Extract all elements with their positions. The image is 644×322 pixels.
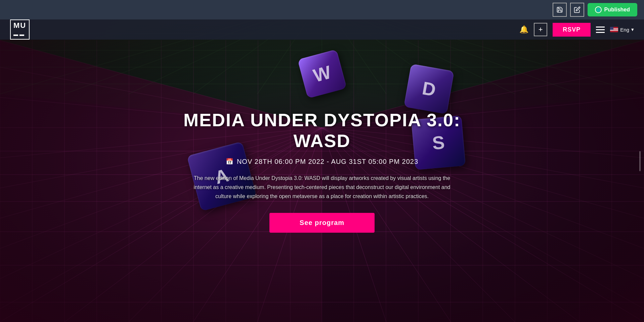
save-button[interactable] — [553, 3, 567, 17]
us-flag-icon — [610, 27, 618, 32]
hamburger-line-2 — [596, 29, 605, 30]
logo: MU▬▬ — [10, 19, 30, 40]
globe-icon: 🌐 — [595, 6, 602, 13]
notifications-button[interactable]: 🔔 — [519, 25, 528, 34]
site-nav: MU▬▬ 🔔 + RSVP Eng ▾ — [0, 19, 644, 40]
add-button[interactable]: + — [534, 23, 547, 36]
admin-bar: 🌐 Published — [0, 0, 644, 19]
lang-label: Eng — [620, 27, 629, 33]
hamburger-line-1 — [596, 27, 605, 28]
logo-box[interactable]: MU▬▬ — [10, 19, 30, 40]
hero-date-text: NOV 28TH 06:00 PM 2022 - AUG 31ST 05:00 … — [237, 158, 418, 166]
menu-button[interactable] — [596, 27, 605, 33]
nav-right: 🔔 + RSVP Eng ▾ — [519, 23, 634, 37]
hero-content: MEDIA UNDER DYSTOPIA 3.0: WASD 📅 NOV 28T… — [171, 103, 473, 240]
published-label: Published — [604, 7, 630, 13]
hamburger-line-3 — [596, 32, 605, 33]
hero-description: The new edition of Media Under Dystopia … — [191, 174, 453, 201]
calendar-icon: 📅 — [226, 158, 233, 165]
language-selector[interactable]: Eng ▾ — [610, 27, 634, 33]
published-button[interactable]: 🌐 Published — [588, 3, 637, 16]
chevron-down-icon: ▾ — [631, 27, 634, 33]
see-program-button[interactable]: See program — [269, 213, 375, 233]
rsvp-button[interactable]: RSVP — [553, 23, 591, 37]
edit-button[interactable] — [570, 3, 584, 17]
hero-date: 📅 NOV 28TH 06:00 PM 2022 - AUG 31ST 05:0… — [178, 158, 467, 166]
hero-title: MEDIA UNDER DYSTOPIA 3.0: WASD — [178, 109, 467, 151]
scroll-indicator — [639, 151, 641, 171]
